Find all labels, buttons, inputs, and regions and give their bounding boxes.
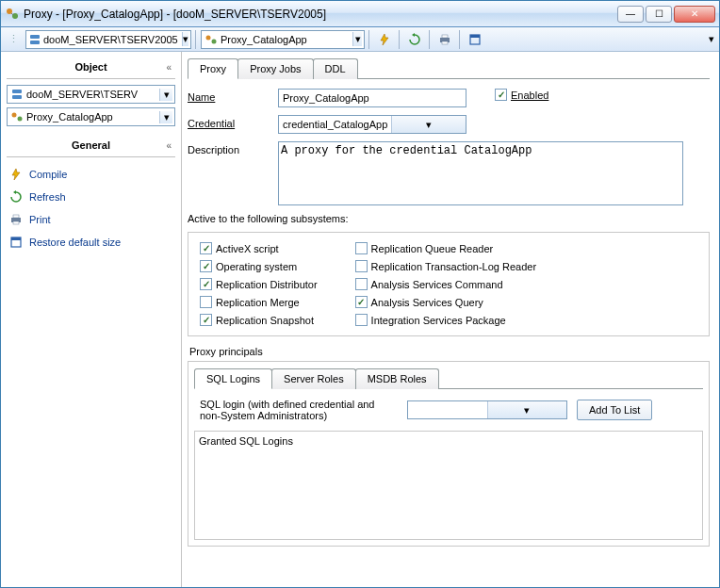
server-icon [9,87,25,102]
server-selector[interactable]: dooM_SERVER\TSERV2005 ▾ [25,30,191,49]
add-to-list-button[interactable]: Add To List [577,400,652,420]
principals-header: Proxy principals [189,346,710,357]
tab-proxy[interactable]: Proxy [188,58,238,79]
sidebar-link-refresh[interactable]: Refresh [7,186,175,208]
enabled-label: Enabled [511,90,548,101]
proxy-icon [204,32,219,47]
subsystem-label: Replication Snapshot [216,315,314,326]
tab-sql-logins[interactable]: SQL Logins [194,368,272,389]
chevron-down-icon: ▾ [487,401,567,418]
compile-button[interactable] [374,30,395,49]
svg-rect-16 [13,215,19,218]
svg-rect-11 [12,90,22,93]
svg-rect-12 [12,95,22,99]
subsystem-row: Replication Snapshot [200,314,318,326]
restore-size-button[interactable] [465,30,485,49]
toolbar-overflow[interactable]: ▾ [706,30,717,49]
chevron-down-icon: ▾ [352,32,362,46]
svg-point-14 [18,117,23,122]
sidebar-link-print[interactable]: Print [7,208,175,231]
subsystem-label: Analysis Services Query [371,297,483,308]
minimize-button[interactable]: — [617,6,644,23]
svg-rect-17 [13,221,19,224]
chevron-down-icon: ▾ [709,33,714,45]
subsystem-label: Analysis Services Command [371,279,503,290]
subsystem-label: Replication Merge [216,297,300,308]
sidebar-link-label: Refresh [29,191,66,203]
subsystem-label: Operating system [216,261,297,272]
window-icon [467,32,483,47]
close-button[interactable]: ✕ [674,6,715,23]
svg-point-4 [206,35,211,40]
svg-point-1 [12,13,18,19]
toolbar-handle[interactable]: ⋮ [3,30,24,49]
name-label: Name [188,89,278,103]
main-tabs: Proxy Proxy Jobs DDL [188,57,710,79]
name-input[interactable] [278,89,466,107]
subsystem-checkbox[interactable] [355,260,368,272]
general-panel-header[interactable]: General « [7,136,175,157]
subsystem-row: Analysis Services Query [355,296,537,308]
subsystem-row: Operating system [200,260,318,272]
subsystem-row: Analysis Services Command [355,278,537,290]
subsystem-row: Replication Distributor [200,278,318,290]
refresh-button[interactable] [404,30,425,49]
sql-login-combo[interactable]: ▾ [407,400,567,419]
maximize-button[interactable]: ☐ [646,6,672,23]
credential-value: credential_CatalogApp [279,119,391,130]
sidebar-link-label: Print [29,214,51,225]
object-panel-header[interactable]: Object « [7,57,175,79]
subsystems-header: Active to the following subsystems: [188,213,710,224]
subsystem-checkbox[interactable] [355,314,368,326]
chevron-down-icon: ▾ [159,111,172,123]
description-label: Description [188,141,278,155]
subsystems-group: ActiveX scriptOperating systemReplicatio… [188,232,710,336]
object-server-combo[interactable]: dooM_SERVER\TSERV ▾ [7,85,175,104]
subsystem-label: Replication Queue Reader [371,243,494,254]
refresh-icon [8,189,24,204]
proxy-selector[interactable]: Proxy_CatalogApp ▾ [201,30,365,49]
subsystem-checkbox[interactable] [355,242,368,254]
window-icon [8,235,24,250]
enabled-checkbox[interactable] [495,89,507,101]
server-selector-text: dooM_SERVER\TSERV2005 [41,34,178,45]
subsystem-row: Replication Merge [200,296,318,308]
print-button[interactable] [434,30,455,49]
lightning-icon [377,32,392,47]
tab-ddl[interactable]: DDL [313,58,358,79]
credential-combo[interactable]: credential_CatalogApp ▾ [278,115,466,134]
app-icon [5,7,20,22]
sidebar-link-restore-size[interactable]: Restore default size [7,231,175,253]
subsystem-checkbox[interactable] [355,278,368,290]
sidebar-link-label: Compile [29,169,67,180]
proxy-selector-text: Proxy_CatalogApp [219,34,349,45]
lightning-icon [8,167,24,182]
svg-rect-19 [11,237,21,240]
chevron-down-icon: ▾ [182,32,188,46]
subsystem-checkbox[interactable] [200,314,212,326]
print-icon [8,212,24,227]
svg-rect-8 [442,41,448,44]
granted-logins-list[interactable]: Granted SQL Logins [194,431,703,540]
description-textarea[interactable] [278,141,683,205]
principals-tabs: SQL Logins Server Roles MSDB Roles [194,368,703,389]
server-icon [28,32,41,47]
proxy-icon [9,109,25,124]
chevron-down-icon: ▾ [391,116,466,133]
sql-login-label: SQL login (with defined credential and n… [200,399,398,421]
subsystem-checkbox[interactable] [200,242,212,254]
subsystem-checkbox[interactable] [355,296,368,308]
main-panel: Proxy Proxy Jobs DDL Name Enabled Creden… [182,52,719,587]
svg-rect-2 [30,35,40,39]
titlebar[interactable]: Proxy - [Proxy_CatalogApp] - [dooM_SERVE… [1,1,719,27]
subsystem-checkbox[interactable] [200,278,212,290]
subsystem-row: Replication Queue Reader [355,242,537,254]
subsystem-checkbox[interactable] [200,296,212,308]
tab-proxy-jobs[interactable]: Proxy Jobs [237,58,313,79]
subsystem-checkbox[interactable] [200,260,212,272]
tab-msdb-roles[interactable]: MSDB Roles [355,368,439,389]
tab-server-roles[interactable]: Server Roles [271,368,356,389]
chevron-down-icon: ▾ [159,89,172,101]
sidebar-link-compile[interactable]: Compile [7,163,175,186]
object-proxy-combo[interactable]: Proxy_CatalogApp ▾ [7,107,175,126]
